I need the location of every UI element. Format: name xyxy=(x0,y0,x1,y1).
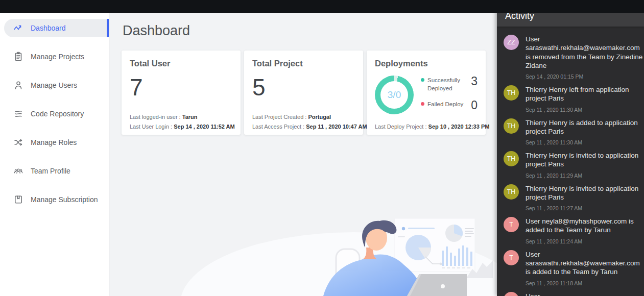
sidebar-nav: Dashboard Manage Projects Manage Users C… xyxy=(0,13,109,209)
deployments-legend: Successfully Deployed 3 Failed Deploy 0 xyxy=(421,76,478,118)
legend-row: Failed Deploy 0 xyxy=(421,100,478,111)
activity-item: TH Thierry Henry left from application p… xyxy=(497,80,644,113)
sidebar-item-manage-projects[interactable]: Manage Projects xyxy=(4,47,109,66)
total-user-value: 7 xyxy=(130,76,232,99)
stat-cards-row: Total User 7 Last logged-in user : Tarun… xyxy=(122,51,497,135)
legend-label: Failed Deploy xyxy=(427,100,471,111)
sidebar-item-label: Code Repository xyxy=(31,110,84,118)
sidebar-item-label: Manage Subscription xyxy=(31,195,98,204)
footer-row: Last Access Project : Sep 11 , 2020 10:4… xyxy=(252,124,357,130)
donut-center-label: 3/0 xyxy=(375,76,414,114)
activity-timestamp: Sep 14 , 2020 01:15 PM xyxy=(526,73,644,80)
avatar: TH xyxy=(504,151,519,166)
sidebar-item-label: Manage Roles xyxy=(31,138,77,146)
activity-item-body: Thierry Henry is invited to application … xyxy=(526,151,644,179)
sidebar-item-dashboard[interactable]: Dashboard xyxy=(4,19,109,37)
clipboard-icon xyxy=(13,52,23,62)
shuffle-icon xyxy=(13,137,23,147)
avatar: TH xyxy=(504,118,519,134)
activity-item-body: User neyla8@myhashpower.com is added to … xyxy=(526,217,644,244)
activity-timestamp: Sep 11 , 2020 11:30 AM xyxy=(526,139,644,145)
legend-value: 0 xyxy=(471,100,478,111)
sidebar-item-label: Dashboard xyxy=(31,24,66,32)
activity-text: Thierry Henry is invited to application … xyxy=(526,184,644,202)
activity-text: User saraswathi.rekhala@wavemaker.com is… xyxy=(526,292,644,296)
footer-row: Last Deploy Project : Sep 10 , 2020 12:3… xyxy=(375,124,480,130)
avatar: TH xyxy=(504,184,519,200)
sidebar-item-code-repository[interactable]: Code Repository xyxy=(4,105,109,123)
deployments-card: Deployments 3/0 Successfully Deployed 3 xyxy=(367,51,486,135)
person-icon xyxy=(13,80,23,90)
footer-row: Last User Login : Sep 14 , 2020 11:52 AM xyxy=(130,124,234,130)
legend-label: Successfully Deployed xyxy=(427,76,471,92)
activity-item: ZZ User saraswathi.rekhala@wavemaker.com… xyxy=(497,29,644,80)
activity-text: Thierry Henry is invited to application … xyxy=(526,151,644,169)
card-footer: Last Deploy Project : Sep 10 , 2020 12:3… xyxy=(375,120,480,130)
activity-timestamp: Sep 11 , 2020 11:30 AM xyxy=(526,107,644,113)
sidebar-item-label: Manage Projects xyxy=(31,53,84,61)
deployments-donut: 3/0 xyxy=(375,76,414,114)
pulse-icon xyxy=(13,23,23,33)
card-footer: Last logged-in user : Tarun Last User Lo… xyxy=(130,110,234,130)
card-title: Deployments xyxy=(375,59,478,68)
activity-list[interactable]: ZZ User saraswathi.rekhala@wavemaker.com… xyxy=(497,27,644,296)
activity-timestamp: Sep 11 , 2020 11:27 AM xyxy=(526,205,644,211)
activity-item-body: Thierry Henry left from application proj… xyxy=(526,85,644,113)
activity-timestamp: Sep 11 , 2020 11:29 AM xyxy=(526,172,644,179)
deployments-body: 3/0 Successfully Deployed 3 Failed Deplo… xyxy=(375,76,478,118)
sidebar-item-manage-users[interactable]: Manage Users xyxy=(4,76,109,94)
activity-item: TH Thierry Henry is invited to applicati… xyxy=(497,179,644,212)
main-content: Dashboard Total User 7 Last logged-in us… xyxy=(109,13,497,296)
total-project-value: 5 xyxy=(252,76,355,99)
card-footer: Last Project Created : Portugal Last Acc… xyxy=(252,110,357,130)
illustration-person-charts xyxy=(109,202,497,296)
activity-item: TH Thierry Henry is invited to applicati… xyxy=(497,145,644,179)
board-charts xyxy=(395,218,475,272)
activity-text: Thierry Henry left from application proj… xyxy=(526,85,644,103)
app-window: Dashboard Manage Projects Manage Users C… xyxy=(0,0,644,296)
avatar: TH xyxy=(504,85,519,101)
sidebar-item-team-profile[interactable]: Team Profile xyxy=(4,162,109,180)
avatar: T xyxy=(504,292,519,296)
people-icon xyxy=(13,166,23,176)
avatar: ZZ xyxy=(504,35,519,50)
sidebar-item-manage-subscription[interactable]: Manage Subscription xyxy=(4,190,109,209)
activity-text: Thierry Henry is added to application pr… xyxy=(526,118,644,136)
sidebar: Dashboard Manage Projects Manage Users C… xyxy=(0,13,109,296)
card-title: Total User xyxy=(130,59,232,68)
page-title: Dashboard xyxy=(123,23,497,39)
sidebar-item-label: Manage Users xyxy=(31,81,77,89)
card-title: Total Project xyxy=(252,59,355,68)
activity-text: User saraswathi.rekhala@wavemaker.com is… xyxy=(526,250,644,277)
legend-dot-failed xyxy=(421,102,424,106)
legend-row: Successfully Deployed 3 xyxy=(421,76,478,92)
top-bar xyxy=(0,0,644,13)
activity-text: User saraswathi.rekhala@wavemaker.com is… xyxy=(526,35,644,70)
activity-item-body: Thierry Henry is invited to application … xyxy=(526,184,644,212)
activity-text: User neyla8@myhashpower.com is added to … xyxy=(526,217,644,235)
activity-item-body: User saraswathi.rekhala@wavemaker.com is… xyxy=(526,35,644,80)
sidebar-item-label: Team Profile xyxy=(31,167,70,175)
bookmark-icon xyxy=(13,194,23,205)
activity-item: T User saraswathi.rekhala@wavemaker.com … xyxy=(497,286,644,296)
legend-value: 3 xyxy=(471,76,478,92)
footer-row: Last Project Created : Portugal xyxy=(252,114,357,120)
activity-item: TH Thierry Henry is added to application… xyxy=(497,113,644,146)
activity-timestamp: Sep 11 , 2020 11:24 AM xyxy=(526,238,644,244)
avatar: T xyxy=(504,217,519,232)
avatar: T xyxy=(504,250,519,265)
activity-item-body: User saraswathi.rekhala@wavemaker.com is… xyxy=(526,250,644,286)
activity-item: T User saraswathi.rekhala@wavemaker.com … xyxy=(497,244,644,286)
activity-item-body: User saraswathi.rekhala@wavemaker.com is… xyxy=(526,292,644,296)
activity-item-body: Thierry Henry is added to application pr… xyxy=(526,118,644,146)
activity-item: T User neyla8@myhashpower.com is added t… xyxy=(497,211,644,244)
footer-row: Last logged-in user : Tarun xyxy=(130,114,234,120)
legend-dot-success xyxy=(421,78,424,82)
activity-timestamp: Sep 11 , 2020 11:18 AM xyxy=(526,280,644,286)
activity-panel: Activity ZZ User saraswathi.rekhala@wave… xyxy=(497,5,644,296)
total-project-card: Total Project 5 Last Project Created : P… xyxy=(244,51,363,135)
repo-lines-icon xyxy=(13,109,23,119)
sidebar-item-manage-roles[interactable]: Manage Roles xyxy=(4,133,109,152)
total-user-card: Total User 7 Last logged-in user : Tarun… xyxy=(122,51,241,135)
